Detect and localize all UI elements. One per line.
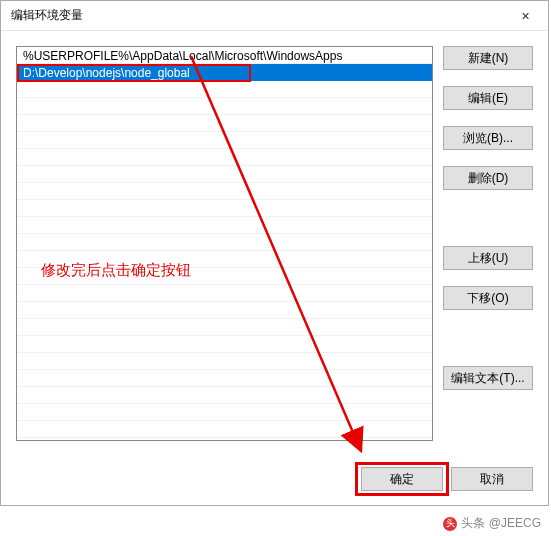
listbox-background bbox=[17, 47, 432, 440]
close-button[interactable]: × bbox=[503, 1, 548, 31]
move-up-button[interactable]: 上移(U) bbox=[443, 246, 533, 270]
close-icon: × bbox=[521, 8, 529, 24]
browse-button[interactable]: 浏览(B)... bbox=[443, 126, 533, 150]
dialog-bottom-buttons: 确定 取消 bbox=[361, 467, 533, 491]
cancel-button[interactable]: 取消 bbox=[451, 467, 533, 491]
move-down-button[interactable]: 下移(O) bbox=[443, 286, 533, 310]
delete-button[interactable]: 删除(D) bbox=[443, 166, 533, 190]
edit-text-button[interactable]: 编辑文本(T)... bbox=[443, 366, 533, 390]
watermark-text: 头条 @JEECG bbox=[461, 515, 541, 532]
watermark-icon: 头 bbox=[443, 517, 457, 531]
list-item[interactable]: D:\Develop\nodejs\node_global bbox=[17, 64, 432, 81]
button-column: 新建(N) 编辑(E) 浏览(B)... 删除(D) 上移(U) 下移(O) 编… bbox=[443, 46, 533, 490]
dialog-window: 编辑环境变量 × %USERPROFILE%\AppData\Local\Mic… bbox=[0, 0, 549, 506]
titlebar: 编辑环境变量 × bbox=[1, 1, 548, 31]
new-button[interactable]: 新建(N) bbox=[443, 46, 533, 70]
annotation-text: 修改完后点击确定按钮 bbox=[41, 261, 191, 280]
list-item[interactable]: %USERPROFILE%\AppData\Local\Microsoft\Wi… bbox=[17, 47, 432, 64]
edit-button[interactable]: 编辑(E) bbox=[443, 86, 533, 110]
watermark: 头 头条 @JEECG bbox=[443, 515, 541, 532]
window-title: 编辑环境变量 bbox=[11, 7, 83, 24]
path-listbox[interactable]: %USERPROFILE%\AppData\Local\Microsoft\Wi… bbox=[16, 46, 433, 441]
ok-button[interactable]: 确定 bbox=[361, 467, 443, 491]
